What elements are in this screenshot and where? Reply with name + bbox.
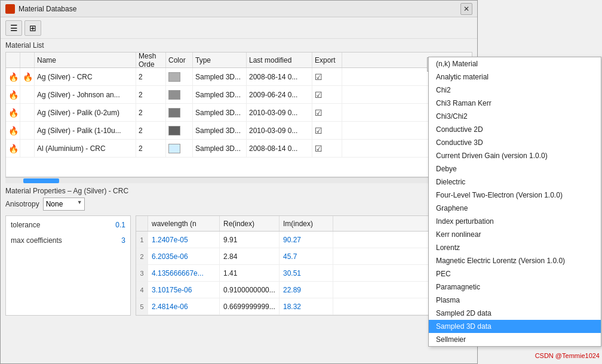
td-icon2 [20,122,35,139]
max-coeff-label: max coefficients [11,236,62,245]
dropdown-menu-item[interactable]: Lorentz [429,241,601,254]
wl-td-re: 9.91 [220,232,280,248]
dropdown-menu-item[interactable]: Debye [429,162,601,175]
td-type: Sampled 3D... [193,68,247,85]
table-row[interactable]: 🔥 Ag (Silver) - Palik (0-2um) 2 Sampled … [6,104,472,122]
horizontal-scrollbar[interactable] [5,177,472,183]
wl-th-re: Re(index) [220,216,280,231]
dropdown-menu-item[interactable]: Current Driven Gain (version 1.0.0) [429,149,601,162]
dropdown-menu-item[interactable]: Sampled 2D data [429,307,601,320]
td-export: ☑ [312,122,342,139]
wl-td-im: 90.27 [280,232,333,248]
wl-td-num: 5 [136,298,148,314]
toolbar: ☰ ⊞ [1,17,477,39]
wl-table-body: 1 1.2407e-05 9.91 90.27 2 6.2035e-06 2.8… [136,232,472,315]
wl-table-row[interactable]: 2 6.2035e-06 2.84 45.7 [136,248,472,265]
title-bar: Material Database ✕ [1,1,477,17]
material-properties: Material Properties – Ag (Silver) - CRC … [5,187,472,316]
hscroll-thumb[interactable] [23,178,59,183]
dropdown-menu-item[interactable]: Dielectric [429,175,601,189]
dropdown-menu-item[interactable]: Sampled 3D data [429,320,601,333]
main-window: Material Database ✕ ☰ ⊞ Material List Na… [0,0,478,364]
anisotropy-label: Anisotropy [5,200,39,208]
export-checkbox[interactable]: ☑ [315,90,322,100]
wl-td-im: 22.89 [280,282,333,298]
tolerance-value: 0.1 [115,221,125,229]
td-mesh: 2 [136,122,166,139]
anisotropy-select-wrapper[interactable]: None Diagonal Full [43,198,85,211]
export-checkbox[interactable]: ☑ [315,144,322,153]
table-row[interactable]: 🔥 Ag (Silver) - Palik (1-10u... 2 Sample… [6,122,472,140]
properties-title: Material Properties – Ag (Silver) - CRC [5,187,472,195]
th-export: Export [312,53,342,67]
td-icon2 [20,104,35,121]
dropdown-menu-item[interactable]: Conductive 2D [429,123,601,136]
toolbar-btn-1[interactable]: ☰ [5,20,22,36]
td-color [166,104,193,121]
wl-table-row[interactable]: 3 4.135666667e... 1.41 30.51 [136,265,472,282]
dropdown-menu-item[interactable]: Chi3/Chi2 [429,110,601,123]
td-icon1: 🔥 [6,104,20,121]
dropdown-menu-item[interactable]: (n,k) Material [429,57,601,70]
dropdown-menu-item[interactable]: Kerr nonlinear [429,228,601,241]
export-checkbox[interactable]: ☑ [315,108,322,118]
properties-columns: tolerance 0.1 max coefficients 3 wavelen… [5,215,472,316]
wl-td-im: 30.51 [280,265,333,281]
table-header: Name Mesh Orde Color Type Last modified … [6,53,472,68]
window-icon [5,4,15,14]
table-row[interactable]: 🔥 Ag (Silver) - Johnson an... 2 Sampled … [6,86,472,104]
dropdown-menu-item[interactable]: PEC [429,267,601,280]
list-icon: ☰ [10,23,18,33]
td-icon1: 🔥 [6,86,20,103]
export-checkbox[interactable]: ☑ [315,72,322,82]
table-row[interactable]: 🔥 Al (Aluminium) - CRC 2 Sampled 3D... 2… [6,140,472,158]
dropdown-menu-item[interactable]: Index perturbation [429,215,601,228]
td-type: Sampled 3D... [193,104,247,121]
wl-table-row[interactable]: 5 2.4814e-06 0.6699999999... 18.32 [136,298,472,315]
th-type: Type [193,53,247,67]
dropdown-menu-item[interactable]: Plasma [429,294,601,307]
wl-td-wavelength: 6.2035e-06 [148,248,220,264]
dropdown-menu-item[interactable]: Graphene [429,202,601,215]
td-name: Ag (Silver) - Johnson an... [35,86,136,103]
export-checkbox[interactable]: ☑ [315,126,322,135]
close-button[interactable]: ✕ [460,3,472,15]
tolerance-row: tolerance 0.1 [11,221,125,229]
td-export: ☑ [312,68,342,85]
dropdown-menu-item[interactable]: Chi2 [429,84,601,97]
table-row[interactable]: 🔥 🔥 Ag (Silver) - CRC 2 Sampled 3D... 20… [6,68,472,86]
td-icon2: 🔥 [20,68,35,85]
dropdown-menu-item[interactable]: Conductive 3D [429,136,601,149]
anisotropy-select[interactable]: None Diagonal Full [43,198,85,211]
dropdown-menu-item[interactable]: Sellmeier [429,333,601,346]
td-mesh: 2 [136,68,166,85]
wl-table-row[interactable]: 4 3.10175e-06 0.9100000000... 22.89 [136,282,472,298]
color-swatch [168,72,180,82]
wavelength-table: wavelength (n Re(index) Im(index) 1 1.24… [136,215,472,316]
flame-icon: 🔥 [8,72,19,82]
wl-td-num: 4 [136,282,148,298]
td-modified: 2010-03-09 0... [247,104,312,121]
flame-icon: 🔥 [8,126,19,135]
toolbar-btn-2[interactable]: ⊞ [24,20,41,36]
td-mesh: 2 [136,140,166,157]
td-name: Al (Aluminium) - CRC [35,140,136,157]
color-swatch [168,144,180,153]
flame-icon2: 🔥 [23,72,33,82]
dropdown-menu-item[interactable]: Analytic material [429,70,601,84]
wl-td-im: 45.7 [280,248,333,264]
anisotropy-row: Anisotropy None Diagonal Full [5,198,472,211]
window-title: Material Database [19,5,76,13]
td-modified: 2010-03-09 0... [247,122,312,139]
wl-table-row[interactable]: 1 1.2407e-05 9.91 90.27 [136,232,472,248]
td-name: Ag (Silver) - CRC [35,68,136,85]
dropdown-menu-item[interactable]: Magnetic Electric Lorentz (Version 1.0.0… [429,254,601,267]
dropdown-menu-item[interactable]: Four-Level Two-Electron (Version 1.0.0) [429,189,601,202]
dropdown-menu-item[interactable]: Chi3 Raman Kerr [429,97,601,110]
td-mesh: 2 [136,104,166,121]
max-coeff-row: max coefficients 3 [11,236,125,245]
th-icon1 [6,53,20,67]
wl-td-wavelength: 4.135666667e... [148,265,220,281]
dropdown-menu-item[interactable]: Paramagnetic [429,280,601,294]
wl-td-num: 3 [136,265,148,281]
